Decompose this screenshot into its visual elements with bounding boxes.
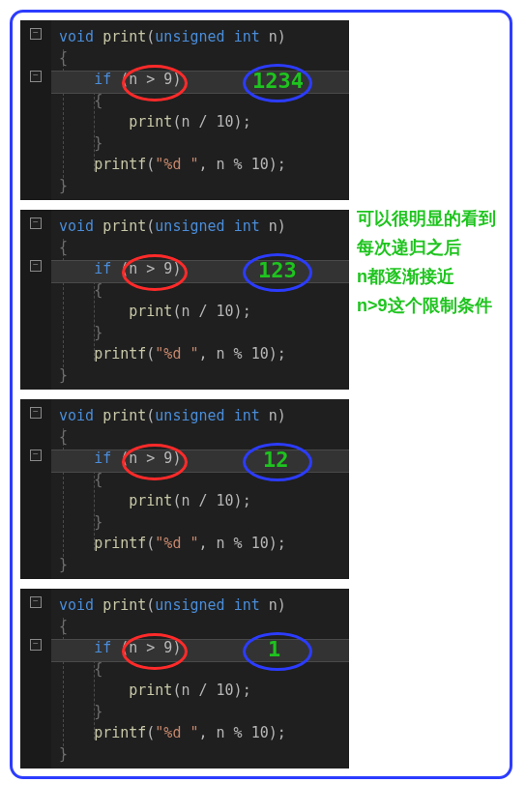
- fn-call: print: [129, 682, 172, 699]
- paren: (: [146, 535, 155, 552]
- keyword-if: if: [94, 260, 111, 277]
- call-args: (n / 10);: [172, 492, 250, 509]
- condition-highlight-circle: [122, 254, 188, 291]
- paren: (: [146, 345, 155, 362]
- figure-frame: − − void print(unsigned int n) { if (n >…: [10, 10, 512, 779]
- brace: }: [59, 366, 68, 384]
- fn-printf: printf: [94, 724, 146, 741]
- paren: (: [146, 28, 155, 45]
- brace: {: [59, 239, 68, 256]
- brace: }: [59, 745, 68, 763]
- keyword-int: int: [234, 218, 260, 235]
- fold-icon[interactable]: −: [30, 28, 42, 40]
- explanation-line: 可以很明显的看到: [357, 204, 502, 233]
- brace: }: [59, 556, 68, 573]
- brace: {: [94, 660, 102, 678]
- fold-icon[interactable]: −: [30, 450, 42, 461]
- keyword-unsigned: unsigned: [155, 28, 224, 45]
- fn-call: print: [129, 113, 172, 130]
- brace: {: [59, 49, 68, 67]
- keyword-unsigned: unsigned: [155, 407, 224, 424]
- printf-rest: , n % 10);: [199, 535, 286, 552]
- fn-printf: printf: [94, 156, 146, 173]
- keyword-int: int: [234, 596, 260, 614]
- keyword-if: if: [94, 639, 111, 656]
- brace: {: [94, 471, 102, 488]
- gutter: [20, 20, 51, 200]
- brace: }: [94, 134, 102, 152]
- fn-call: print: [129, 492, 172, 509]
- paren: (: [146, 407, 155, 424]
- n-value-badge: 123: [258, 258, 297, 282]
- fold-icon[interactable]: −: [30, 596, 42, 608]
- paren: ): [278, 407, 286, 424]
- fold-icon[interactable]: −: [30, 639, 42, 651]
- brace: }: [59, 177, 68, 194]
- call-args: (n / 10);: [172, 682, 250, 699]
- n-value-badge: 1: [268, 637, 280, 661]
- fn-printf: printf: [94, 345, 146, 362]
- fn-name: print: [102, 407, 146, 424]
- gutter: [20, 399, 51, 579]
- brace: }: [94, 324, 102, 341]
- gutter: [20, 589, 51, 768]
- code-panels-column: − − void print(unsigned int n) { if (n >…: [20, 20, 349, 768]
- paren: ): [278, 218, 286, 235]
- paren: (: [146, 218, 155, 235]
- keyword-unsigned: unsigned: [155, 596, 224, 614]
- explanation-line: n都逐渐接近: [357, 262, 502, 291]
- printf-rest: , n % 10);: [199, 345, 286, 362]
- condition-highlight-circle: [122, 65, 188, 102]
- brace: }: [94, 703, 102, 720]
- param-n: n: [269, 28, 278, 45]
- keyword-void: void: [59, 218, 94, 235]
- code-panel-1: − − void print(unsigned int n) { if (n >…: [20, 20, 349, 200]
- fold-icon[interactable]: −: [30, 260, 42, 272]
- keyword-if: if: [94, 450, 111, 467]
- paren: ): [278, 596, 286, 614]
- paren: (: [146, 724, 155, 741]
- format-string: "%d ": [155, 535, 198, 552]
- param-n: n: [269, 596, 278, 614]
- printf-rest: , n % 10);: [199, 156, 286, 173]
- explanation-text: 可以很明显的看到 每次递归之后 n都逐渐接近 n>9这个限制条件: [357, 204, 502, 320]
- code: void print(unsigned int n) { if (n > 9) …: [59, 26, 343, 196]
- fold-icon[interactable]: −: [30, 407, 42, 419]
- brace: }: [94, 513, 102, 531]
- gutter: [20, 210, 51, 390]
- n-value-badge: 1234: [252, 69, 304, 93]
- paren: (: [146, 596, 155, 614]
- explanation-line: 每次递归之后: [357, 233, 502, 262]
- brace: {: [94, 92, 102, 109]
- call-args: (n / 10);: [172, 303, 250, 320]
- keyword-void: void: [59, 407, 94, 424]
- printf-rest: , n % 10);: [199, 724, 286, 741]
- fn-name: print: [102, 218, 146, 235]
- keyword-int: int: [234, 407, 260, 424]
- explanation-line: n>9这个限制条件: [357, 291, 502, 320]
- code-panel-2: − − void print(unsigned int n) { if (n >…: [20, 210, 349, 390]
- paren: (: [146, 156, 155, 173]
- keyword-void: void: [59, 596, 94, 614]
- fn-name: print: [102, 596, 146, 614]
- condition-highlight-circle: [122, 633, 188, 670]
- code-panel-3: − − void print(unsigned int n) { if (n >…: [20, 399, 349, 579]
- keyword-if: if: [94, 71, 111, 88]
- format-string: "%d ": [155, 724, 198, 741]
- fold-icon[interactable]: −: [30, 218, 42, 229]
- keyword-void: void: [59, 28, 94, 45]
- param-n: n: [269, 407, 278, 424]
- brace: {: [59, 428, 68, 446]
- code: void print(unsigned int n) { if (n > 9) …: [59, 594, 343, 765]
- paren: ): [278, 28, 286, 45]
- brace: {: [94, 281, 102, 299]
- code-panel-4: − − void print(unsigned int n) { if (n >…: [20, 589, 349, 768]
- format-string: "%d ": [155, 345, 198, 362]
- format-string: "%d ": [155, 156, 198, 173]
- condition-highlight-circle: [122, 444, 188, 480]
- fold-icon[interactable]: −: [30, 71, 42, 82]
- fn-printf: printf: [94, 535, 146, 552]
- keyword-unsigned: unsigned: [155, 218, 224, 235]
- call-args: (n / 10);: [172, 113, 250, 130]
- fn-call: print: [129, 303, 172, 320]
